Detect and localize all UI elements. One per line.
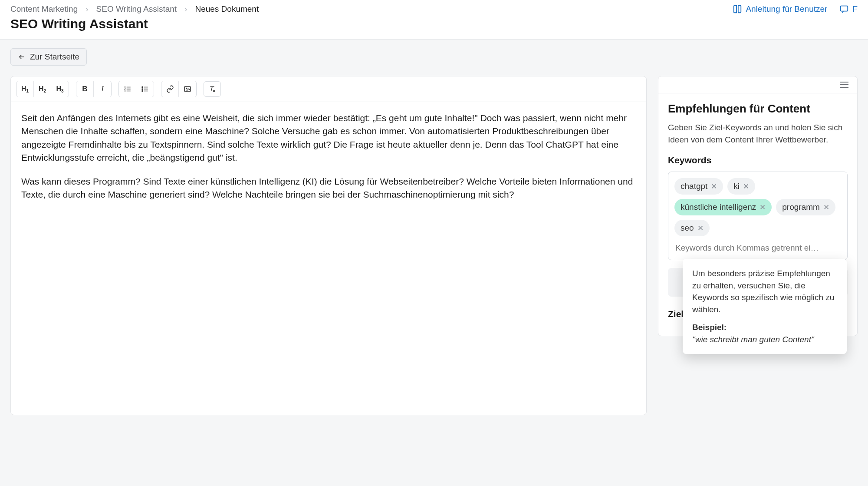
breadcrumb-seo-writing-assistant[interactable]: SEO Writing Assistant: [96, 4, 177, 14]
user-guide-label: Anleitung für Benutzer: [746, 4, 827, 14]
breadcrumb-current: Neues Dokument: [195, 4, 259, 14]
keywords-input[interactable]: [674, 241, 841, 255]
chevron-right-icon: ›: [85, 4, 88, 14]
heading-2-button[interactable]: H2: [34, 81, 51, 97]
arrow-left-icon: [18, 53, 26, 61]
editor-panel: H1 H2 H3 B I: [10, 76, 647, 415]
heading-1-button[interactable]: H1: [16, 81, 34, 97]
ordered-list-button[interactable]: [119, 81, 136, 97]
recommendations-panel: Empfehlungen für Content Geben Sie Ziel-…: [658, 76, 858, 336]
keyword-tooltip: Um besonders präzise Empfehlungen zu erh…: [683, 259, 847, 354]
clear-formatting-button[interactable]: [204, 81, 221, 97]
remove-keyword-icon[interactable]: ✕: [697, 224, 704, 233]
tooltip-body: Um besonders präzise Empfehlungen zu erh…: [692, 268, 837, 315]
keyword-chip-label: künstliche intelligenz: [681, 202, 756, 212]
remove-keyword-icon[interactable]: ✕: [711, 182, 717, 191]
keyword-chip[interactable]: programm ✕: [776, 199, 835, 215]
editor-paragraph: Seit den Anfängen des Internets gibt es …: [21, 112, 636, 165]
keyword-chip-label: programm: [782, 202, 820, 212]
remove-keyword-icon[interactable]: ✕: [743, 182, 749, 191]
back-to-home-button[interactable]: Zur Startseite: [10, 48, 87, 66]
image-button[interactable]: [179, 81, 196, 97]
keyword-chip[interactable]: ki ✕: [727, 178, 755, 195]
keyword-chip-label: ki: [733, 182, 740, 191]
italic-button[interactable]: I: [94, 81, 111, 97]
svg-point-5: [186, 88, 187, 89]
keyword-chip[interactable]: seo ✕: [674, 220, 710, 236]
keyword-chip[interactable]: künstliche intelligenz ✕: [674, 199, 772, 215]
keyword-chip-label: seo: [681, 223, 694, 233]
svg-point-3: [142, 90, 143, 91]
recommendations-title: Empfehlungen für Content: [668, 102, 848, 116]
keywords-section-label: Keywords: [668, 155, 848, 165]
feedback-link[interactable]: F: [839, 4, 858, 14]
svg-point-1: [142, 86, 143, 87]
tooltip-example-label: Beispiel:: [692, 321, 837, 334]
clear-formatting-icon: [208, 85, 216, 93]
svg-rect-0: [841, 6, 848, 11]
chevron-right-icon: ›: [184, 4, 187, 14]
editor-paragraph: Was kann dieses Programm? Sind Texte ein…: [21, 175, 636, 202]
editor-toolbar: H1 H2 H3 B I: [11, 76, 646, 102]
book-icon: [733, 4, 742, 14]
heading-3-button[interactable]: H3: [51, 81, 69, 97]
image-icon: [184, 85, 191, 93]
ordered-list-icon: [124, 85, 132, 93]
breadcrumb-content-marketing[interactable]: Content Marketing: [10, 4, 78, 14]
panel-menu-icon[interactable]: [840, 82, 848, 88]
tooltip-example-text: "wie schreibt man guten Content": [692, 334, 837, 346]
keywords-box[interactable]: chatgpt ✕ ki ✕ künstliche intelligenz ✕ …: [668, 172, 848, 260]
unordered-list-icon: [141, 85, 149, 93]
remove-keyword-icon[interactable]: ✕: [760, 203, 766, 212]
link-button[interactable]: [161, 81, 179, 97]
back-button-label: Zur Startseite: [30, 52, 79, 62]
bold-button[interactable]: B: [76, 81, 94, 97]
page-title: SEO Writing Assistant: [10, 17, 259, 31]
chat-icon: [839, 4, 849, 14]
keyword-chip[interactable]: chatgpt ✕: [674, 178, 723, 195]
remove-keyword-icon[interactable]: ✕: [823, 203, 829, 212]
feedback-label: F: [852, 4, 858, 14]
svg-point-2: [142, 89, 143, 89]
keyword-chip-label: chatgpt: [681, 182, 707, 191]
editor-content[interactable]: Seit den Anfängen des Internets gibt es …: [11, 102, 646, 415]
user-guide-link[interactable]: Anleitung für Benutzer: [733, 4, 827, 14]
breadcrumb: Content Marketing › SEO Writing Assistan…: [10, 4, 259, 14]
recommendations-description: Geben Sie Ziel-Keywords an und holen Sie…: [668, 122, 848, 145]
unordered-list-button[interactable]: [136, 81, 154, 97]
link-icon: [166, 85, 174, 93]
